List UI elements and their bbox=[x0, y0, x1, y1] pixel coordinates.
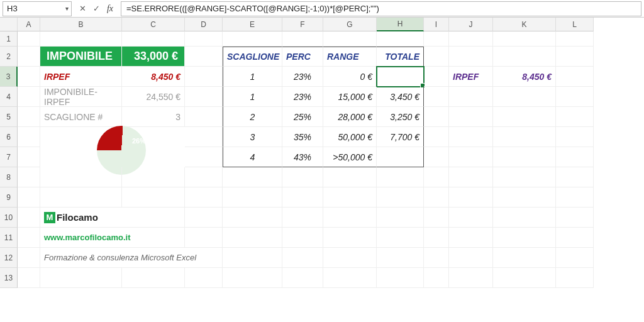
cell-A2[interactable] bbox=[18, 47, 40, 67]
cell-L2[interactable] bbox=[556, 47, 594, 67]
cell-I5[interactable] bbox=[424, 107, 449, 127]
diff-value[interactable]: 24,550 € bbox=[122, 87, 185, 107]
table-row-perc[interactable]: 43% bbox=[282, 147, 323, 167]
row-header-12[interactable]: 12 bbox=[0, 248, 18, 268]
row-header-3[interactable]: 3 bbox=[0, 67, 18, 87]
cell-D3[interactable] bbox=[185, 67, 223, 87]
spreadsheet-grid[interactable]: A B C D E F G H I J K L 1 2 IMPONIBILE 3… bbox=[0, 18, 644, 288]
cell-J7[interactable] bbox=[449, 147, 493, 167]
table-row-range[interactable]: 50,000 € bbox=[323, 127, 377, 147]
cell-J9[interactable] bbox=[449, 187, 493, 208]
cell-G13[interactable] bbox=[323, 268, 377, 288]
table-row-perc[interactable]: 25% bbox=[282, 107, 323, 127]
cell-I3[interactable] bbox=[424, 67, 449, 87]
side-irpef-label[interactable]: IRPEF bbox=[449, 67, 493, 87]
cell-E9[interactable] bbox=[223, 187, 282, 208]
cell-L9[interactable] bbox=[556, 187, 594, 208]
table-row-scaglione[interactable]: 4 bbox=[223, 147, 282, 167]
cell-K11[interactable] bbox=[493, 228, 556, 248]
cell-H10[interactable] bbox=[377, 208, 424, 228]
cell-L7[interactable] bbox=[556, 147, 594, 167]
table-row-perc[interactable]: 23% bbox=[282, 67, 323, 87]
cell-K5[interactable] bbox=[493, 107, 556, 127]
cell-A7[interactable] bbox=[18, 147, 40, 167]
cell-L5[interactable] bbox=[556, 107, 594, 127]
cell-G11[interactable] bbox=[323, 228, 377, 248]
col-header-K[interactable]: K bbox=[493, 18, 556, 31]
irpef-value[interactable]: 8,450 € bbox=[122, 67, 185, 87]
cell-J4[interactable] bbox=[449, 87, 493, 107]
cell-E1[interactable] bbox=[223, 31, 282, 47]
cell-E11[interactable] bbox=[223, 228, 282, 248]
chevron-down-icon[interactable]: ▾ bbox=[65, 5, 69, 12]
cell-L1[interactable] bbox=[556, 31, 594, 47]
cell-L6[interactable] bbox=[556, 127, 594, 147]
cell-A9[interactable] bbox=[18, 187, 40, 208]
cell-K9[interactable] bbox=[493, 187, 556, 208]
cell-I11[interactable] bbox=[424, 228, 449, 248]
cell-K7[interactable] bbox=[493, 147, 556, 167]
col-header-A[interactable]: A bbox=[18, 18, 40, 31]
row-header-2[interactable]: 2 bbox=[0, 47, 18, 67]
col-header-G[interactable]: G bbox=[323, 18, 377, 31]
table-header-scaglione[interactable]: SCAGLIONE bbox=[223, 47, 282, 67]
cell-G8[interactable] bbox=[323, 167, 377, 187]
cell-I10[interactable] bbox=[424, 208, 449, 228]
cell-E13[interactable] bbox=[223, 268, 282, 288]
row-header-7[interactable]: 7 bbox=[0, 147, 18, 167]
col-header-C[interactable]: C bbox=[122, 18, 185, 31]
pie-chart-cell[interactable]: 26% bbox=[40, 127, 185, 147]
cell-L4[interactable] bbox=[556, 87, 594, 107]
cell-L8[interactable] bbox=[556, 167, 594, 187]
cell-A10[interactable] bbox=[18, 208, 40, 228]
cell-B9[interactable] bbox=[40, 187, 122, 208]
cell-A1[interactable] bbox=[18, 31, 40, 47]
cell-F9[interactable] bbox=[282, 187, 323, 208]
col-header-F[interactable]: F bbox=[282, 18, 323, 31]
row-header-10[interactable]: 10 bbox=[0, 208, 18, 228]
cell-K2[interactable] bbox=[493, 47, 556, 67]
cell-J2[interactable] bbox=[449, 47, 493, 67]
cell-I13[interactable] bbox=[424, 268, 449, 288]
cell-A13[interactable] bbox=[18, 268, 40, 288]
cell-L3[interactable] bbox=[556, 67, 594, 87]
row-header-4[interactable]: 4 bbox=[0, 87, 18, 107]
cell-J13[interactable] bbox=[449, 268, 493, 288]
cell-E12[interactable] bbox=[223, 248, 282, 268]
cell-D4[interactable] bbox=[185, 87, 223, 107]
cell-I4[interactable] bbox=[424, 87, 449, 107]
cell-I1[interactable] bbox=[424, 31, 449, 47]
table-row-totale[interactable]: 3,450 € bbox=[377, 87, 424, 107]
table-row-totale[interactable] bbox=[377, 147, 424, 167]
cell-J10[interactable] bbox=[449, 208, 493, 228]
table-row-range[interactable]: 15,000 € bbox=[323, 87, 377, 107]
cell-H11[interactable] bbox=[377, 228, 424, 248]
table-row-scaglione[interactable]: 3 bbox=[223, 127, 282, 147]
cell-H12[interactable] bbox=[377, 248, 424, 268]
cell-I9[interactable] bbox=[424, 187, 449, 208]
cell-G12[interactable] bbox=[323, 248, 377, 268]
table-row-range[interactable]: 0 € bbox=[323, 67, 377, 87]
side-irpef-value[interactable]: 8,450 € bbox=[493, 67, 556, 87]
cell-K6[interactable] bbox=[493, 127, 556, 147]
cell-J1[interactable] bbox=[449, 31, 493, 47]
formula-input[interactable]: =SE.ERRORE(([@RANGE]-SCARTO([@RANGE];-1;… bbox=[121, 1, 641, 16]
scaglione-num-value[interactable]: 3 bbox=[122, 107, 185, 127]
cell-A4[interactable] bbox=[18, 87, 40, 107]
table-row-range[interactable]: 28,000 € bbox=[323, 107, 377, 127]
col-header-I[interactable]: I bbox=[424, 18, 449, 31]
cell-C13[interactable] bbox=[122, 268, 185, 288]
cell-G9[interactable] bbox=[323, 187, 377, 208]
cell-D1[interactable] bbox=[185, 31, 223, 47]
cell-C9[interactable] bbox=[122, 187, 185, 208]
cell-K10[interactable] bbox=[493, 208, 556, 228]
brand-cell[interactable]: M Filocamo bbox=[40, 208, 185, 228]
cell-J6[interactable] bbox=[449, 127, 493, 147]
name-box[interactable]: H3 ▾ bbox=[3, 1, 72, 16]
table-row-range[interactable]: >50,000 € bbox=[323, 147, 377, 167]
cell-A6[interactable] bbox=[18, 127, 40, 147]
select-all-corner[interactable] bbox=[0, 18, 18, 31]
cell-K8[interactable] bbox=[493, 167, 556, 187]
table-row-perc[interactable]: 23% bbox=[282, 87, 323, 107]
cell-J8[interactable] bbox=[449, 167, 493, 187]
